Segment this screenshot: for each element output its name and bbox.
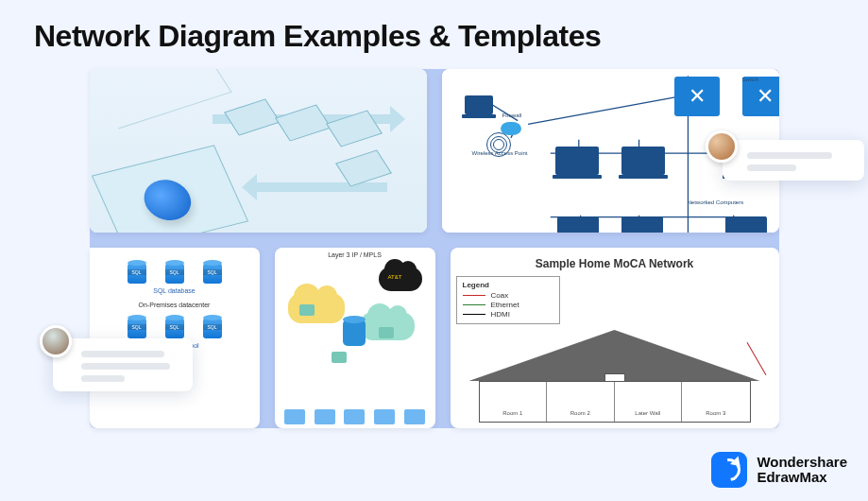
avatar (706, 130, 738, 163)
router-icon (332, 352, 347, 363)
database-icon: SQL (128, 263, 146, 284)
brand-line2: EdrawMax (757, 470, 847, 485)
legend-title: Legend (463, 281, 553, 289)
computer-icon (621, 216, 663, 233)
switch-icon (674, 77, 720, 116)
database-icon: SQL (203, 263, 222, 284)
template-gallery: Firewall Switch Wireless Access Point Ne… (90, 69, 779, 428)
comment-chip (53, 338, 193, 391)
label-networked-computers: Networked Computers (688, 199, 744, 206)
room-label: Room 2 (547, 382, 615, 422)
label-wap: Wireless Access Point (472, 150, 528, 156)
room-label: Room 3 (682, 382, 750, 422)
page-title: Network Diagram Examples & Templates (0, 0, 868, 69)
label-switch: Switch (742, 77, 779, 116)
device-bar (275, 409, 435, 424)
router-icon (299, 304, 315, 316)
section-label: SQL database (97, 287, 252, 294)
database-icon: SQL (165, 263, 184, 284)
db-row: SQL SQL SQL (97, 261, 252, 285)
cloud-att-icon: AT&T (379, 267, 422, 291)
brand-footer: Wondershare EdrawMax (711, 452, 847, 488)
label-firewall: Firewall (502, 112, 522, 118)
edrawmax-logo-icon (711, 452, 747, 488)
computer-icon (557, 216, 599, 233)
access-point-icon (493, 139, 504, 150)
room-label: Later Wall (615, 382, 683, 422)
avatar (40, 325, 72, 357)
brand-line1: Wondershare (757, 455, 847, 470)
comment-chip (723, 140, 864, 181)
database-icon: SQL (165, 318, 184, 338)
moca-title: Sample Home MoCA Network (456, 257, 774, 270)
template-card-mpls[interactable]: Layer 3 IP / MPLS AT&T (275, 248, 435, 428)
router-icon (379, 327, 394, 338)
section-label: On-Premises datacenter (97, 302, 252, 308)
cloud-icon (288, 293, 345, 323)
computer-icon (555, 147, 599, 175)
legend-box: Legend Coax Ethernet HDMI (456, 276, 560, 324)
computer-icon (621, 147, 665, 175)
house-illustration: Room 1 Room 2 Later Wall Room 3 (456, 330, 774, 423)
template-card-moca-home[interactable]: Sample Home MoCA Network Legend Coax Eth… (451, 248, 779, 428)
isometric-illustration (90, 69, 427, 233)
mpls-header: Layer 3 IP / MPLS (275, 248, 435, 262)
db-row: SQL SQL SQL (97, 316, 252, 340)
database-icon: SQL (203, 318, 222, 338)
computer-icon (725, 216, 767, 233)
svg-line-3 (528, 95, 688, 124)
room-label: Room 1 (480, 382, 548, 422)
template-card-isometric[interactable] (90, 69, 427, 233)
core-router-icon (343, 320, 366, 346)
laptop-icon (465, 95, 493, 114)
database-icon: SQL (128, 318, 146, 338)
